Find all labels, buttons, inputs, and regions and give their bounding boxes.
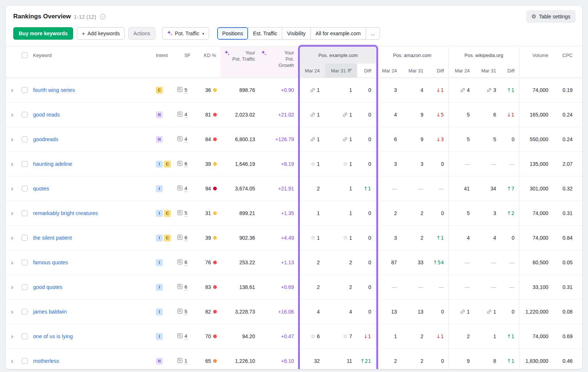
subcol-example-diff[interactable]: Diff [357, 64, 376, 78]
expand-chevron-icon[interactable]: › [11, 308, 14, 315]
col-volume[interactable]: Volume [519, 47, 556, 64]
serp-features-count[interactable]: 6 [184, 161, 187, 168]
keyword-link[interactable]: goodreads [33, 136, 58, 142]
col-sf[interactable]: SF [177, 47, 198, 64]
serp-features-count[interactable]: 4 [184, 136, 187, 143]
pot-traffic-cell: 94.20 [220, 324, 261, 348]
group-pos-amazon[interactable]: Pos. amazon.com [376, 47, 448, 64]
row-checkbox[interactable] [22, 112, 28, 118]
tab-est-traffic[interactable]: Est. Traffic [248, 27, 282, 40]
col-keyword[interactable]: Keyword [31, 47, 156, 64]
row-checkbox[interactable] [22, 136, 28, 142]
expand-chevron-icon[interactable]: › [11, 136, 14, 143]
table-row: › goodreads N 4 84 6,800.13 +126.79 1 1 … [6, 127, 582, 152]
tab-more[interactable]: ... [366, 27, 380, 40]
kd-value: 94 [205, 186, 211, 192]
select-all-checkbox[interactable] [22, 52, 28, 58]
add-keywords-button[interactable]: + Add keywords [77, 27, 125, 40]
pos-example-diff-cell: 0 [357, 226, 376, 250]
row-checkbox[interactable] [22, 260, 28, 265]
row-checkbox[interactable] [22, 210, 28, 216]
keyword-link[interactable]: fourth wing series [33, 87, 75, 93]
table-settings-button[interactable]: ⚙ Table settings [526, 10, 576, 23]
pot-growth-cell: +16.06 [261, 300, 301, 324]
keyword-link[interactable]: good reads [33, 112, 60, 118]
tab-positions[interactable]: Positions [217, 27, 248, 40]
subcol-amazon-mar31[interactable]: Mar 31 [402, 64, 429, 78]
group-pos-example[interactable]: Pos. example.com [301, 47, 376, 64]
pot-traffic-cell: 898.76 [220, 78, 261, 102]
expand-cell: › [6, 324, 18, 348]
row-checkbox[interactable] [22, 333, 28, 339]
cpc-cell: 0.08 [556, 300, 582, 324]
subcol-amazon-mar24[interactable]: Mar 24 [376, 64, 402, 78]
expand-chevron-icon[interactable]: › [11, 185, 14, 192]
keyword-cell: quotes [31, 176, 156, 201]
row-checkbox[interactable] [22, 309, 28, 315]
col-kd[interactable]: KD % [198, 47, 220, 64]
expand-chevron-icon[interactable]: › [11, 86, 14, 94]
subcol-amazon-diff[interactable]: Diff [429, 64, 448, 78]
row-checkbox[interactable] [22, 284, 28, 290]
keyword-link[interactable]: remarkably bright creatures [33, 210, 98, 216]
serp-features-count[interactable]: 4 [184, 185, 187, 192]
row-checkbox[interactable] [22, 87, 28, 93]
expand-cell: › [6, 250, 18, 275]
expand-chevron-icon[interactable]: › [11, 111, 14, 118]
col-pot-growth[interactable]: YourPot. Growth [261, 47, 301, 78]
metric-dropdown[interactable]: Pot. Traffic ▾ [162, 27, 209, 40]
expand-chevron-icon[interactable]: › [11, 210, 14, 217]
expand-chevron-icon[interactable]: › [11, 259, 14, 266]
pos-amazon-diff-cell: ↑54 [429, 250, 448, 275]
tab-visibility[interactable]: Visibility [282, 27, 311, 40]
volume-cell: 135,000 [519, 152, 556, 176]
info-icon[interactable]: i [100, 14, 105, 19]
serp-features-count[interactable]: 5 [184, 210, 187, 217]
group-pos-wikipedia[interactable]: Pos. wikipedia.org [448, 47, 519, 64]
subcol-example-mar24[interactable]: Mar 24 [301, 64, 325, 78]
row-checkbox[interactable] [22, 358, 28, 364]
expand-chevron-icon[interactable]: › [11, 160, 14, 168]
serp-features-count[interactable]: 6 [184, 284, 187, 291]
serp-features-count[interactable]: 5 [184, 87, 187, 94]
col-pot-traffic[interactable]: YourPot. Traffic [220, 47, 261, 78]
subcol-wikipedia-mar24[interactable]: Mar 24 [448, 64, 475, 78]
serp-features-count[interactable]: 4 [184, 111, 187, 118]
cpc-cell: 2.07 [556, 152, 582, 176]
keyword-link[interactable]: famous quotes [33, 260, 68, 265]
kd-value: 39 [205, 235, 211, 241]
keyword-link[interactable]: james baldwin [33, 309, 67, 315]
serp-features-count[interactable]: 6 [184, 259, 187, 266]
subcol-example-mar31-sorted[interactable]: Mar 31 [325, 64, 357, 78]
buy-more-keywords-button[interactable]: Buy more keywords [13, 27, 73, 40]
expand-chevron-icon[interactable]: › [11, 333, 14, 340]
col-intent[interactable]: Intent [156, 47, 177, 64]
expand-chevron-icon[interactable]: › [11, 283, 14, 291]
actions-button[interactable]: Actions [128, 27, 155, 40]
keyword-link[interactable]: quotes [33, 186, 49, 192]
row-checkbox[interactable] [22, 186, 28, 192]
keyword-link[interactable]: one of us is lying [33, 333, 73, 339]
serp-features-count[interactable]: 4 [184, 333, 187, 340]
row-checkbox[interactable] [22, 161, 28, 167]
keyword-cell: james baldwin [31, 300, 156, 324]
serp-features-count[interactable]: 1 [184, 358, 187, 365]
keyword-link[interactable]: haunting adeline [33, 161, 72, 167]
expand-chevron-icon[interactable]: › [11, 357, 14, 365]
keyword-cell: fourth wing series [31, 78, 156, 102]
volume-cell: 74,000 [519, 78, 556, 102]
serp-features-count[interactable]: 5 [184, 308, 187, 315]
subcol-wikipedia-diff[interactable]: Diff [501, 64, 519, 78]
keyword-link[interactable]: motherless [33, 358, 59, 364]
keyword-link[interactable]: good quotes [33, 284, 62, 290]
pos-wikipedia-diff-cell: ↑2 [501, 201, 519, 225]
row-checkbox[interactable] [22, 235, 28, 241]
expand-chevron-icon[interactable]: › [11, 234, 14, 242]
tab-all-for-domain[interactable]: All for example.com [311, 27, 366, 40]
keyword-link[interactable]: the silent patient [33, 235, 72, 241]
kd-value: 83 [205, 284, 211, 290]
subcol-wikipedia-mar31[interactable]: Mar 31 [475, 64, 501, 78]
pot-growth-cell: +1.35 [261, 201, 301, 225]
serp-features-count[interactable]: 6 [184, 235, 187, 242]
col-cpc[interactable]: CPC [556, 47, 582, 64]
